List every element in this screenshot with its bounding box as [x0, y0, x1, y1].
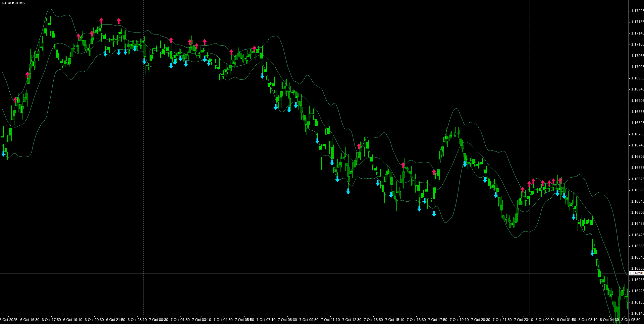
time-axis-label: 6 Oct 23:10 [128, 318, 147, 322]
price-axis-label: 1.17145 [631, 31, 644, 35]
time-axis-label: 7 Oct 04:30 [214, 318, 233, 322]
time-axis-label: 8 Oct 03:10 [579, 318, 598, 322]
price-axis-label: 1.16385 [631, 244, 644, 248]
price-axis-label: 1.17105 [631, 42, 644, 46]
time-axis-label: 7 Oct 03:10 [192, 318, 211, 322]
price-axis-label: 1.17025 [631, 65, 644, 69]
time-axis-label: 7 Oct 00:30 [149, 318, 168, 322]
price-axis-label: 1.16305 [631, 266, 644, 270]
time-axis-label: 7 Oct 20:30 [471, 318, 490, 322]
price-axis-label: 1.16905 [631, 99, 644, 103]
price-axis-label: 1.16265 [631, 278, 644, 282]
time-axis-label: 7 Oct 13:50 [364, 318, 383, 322]
time-axis-label: 7 Oct 11:10 [321, 318, 340, 322]
time-axis-label: 6 Oct 17:50 [42, 318, 61, 322]
time-axis-label: 8 Oct 04:30 [600, 318, 619, 322]
symbol-label: EURUSD,M5 [2, 1, 25, 5]
price-axis-label: 1.16985 [631, 76, 644, 80]
price-axis-label: 1.16585 [631, 188, 644, 192]
time-axis-label: 8 Oct 05:50 [622, 318, 641, 322]
time-axis-label: 7 Oct 09:50 [300, 318, 319, 322]
price-axis-label: 1.16825 [631, 121, 644, 125]
price-axis-label: 1.16145 [631, 311, 644, 315]
price-axis-label: 1.16545 [631, 199, 644, 203]
time-axis-label: 7 Oct 17:50 [428, 318, 447, 322]
time-axis-label: 7 Oct 01:50 [171, 318, 190, 322]
time-axis-label: 7 Oct 08:30 [278, 318, 297, 322]
time-axis-label: 7 Oct 15:10 [385, 318, 405, 322]
price-axis-label: 1.16945 [631, 87, 644, 91]
price-axis-label: 1.16865 [631, 110, 644, 114]
time-axis-label: 7 Oct 16:30 [407, 318, 426, 322]
time-axis-label: 7 Oct 19:10 [450, 318, 469, 322]
chart-window: EURUSD,M5 1.172251.171851.171451.171051.… [0, 0, 644, 324]
price-axis-label: 1.17225 [631, 9, 644, 13]
time-axis-label: 7 Oct 07:10 [257, 318, 276, 322]
time-axis-label: 7 Oct 12:30 [342, 318, 362, 322]
price-axis-label: 1.16705 [631, 154, 644, 158]
price-axis-label: 1.16425 [631, 233, 644, 237]
time-axis-label: 6 Oct 19:10 [63, 318, 83, 322]
time-axis-label: 6 Oct 16:30 [20, 318, 40, 322]
current-price-marker: 1.16290 [629, 271, 644, 275]
price-axis-label: 1.17185 [631, 20, 644, 24]
time-axis-label: 6 Oct 21:50 [106, 318, 125, 322]
price-axis-label: 1.16625 [631, 177, 644, 181]
time-axis-label: 7 Oct 21:50 [493, 318, 512, 322]
price-axis-label: 1.17065 [631, 54, 644, 58]
price-axis-label: 1.16665 [631, 166, 644, 170]
time-axis-label: 7 Oct 05:50 [235, 318, 254, 322]
price-axis-label: 1.16345 [631, 255, 644, 259]
time-axis-label: 8 Oct 00:30 [536, 318, 555, 322]
time-axis-label: 7 Oct 23:10 [514, 318, 533, 322]
price-chart-canvas[interactable] [0, 0, 644, 324]
time-axis-label: 6 Oct 2025 [0, 318, 17, 322]
price-axis-label: 1.16185 [631, 300, 644, 304]
time-axis-label: 6 Oct 20:30 [85, 318, 104, 322]
price-axis-label: 1.16785 [631, 132, 644, 136]
price-axis-label: 1.16745 [631, 143, 644, 147]
time-axis-label: 8 Oct 01:50 [557, 318, 576, 322]
price-axis-label: 1.16465 [631, 221, 644, 225]
price-axis-label: 1.16505 [631, 210, 644, 214]
price-axis-label: 1.16225 [631, 289, 644, 293]
